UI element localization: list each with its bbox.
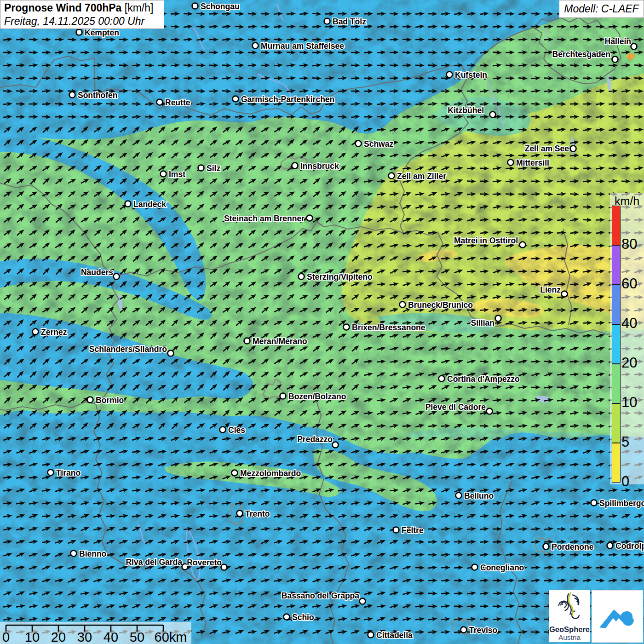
city-marker [253, 43, 259, 49]
weather-map-page: SchongauBad TölzKemptenMurnau am Staffel… [0, 0, 644, 644]
city-label: Tirano [56, 468, 80, 477]
city-marker [69, 92, 75, 98]
city-label: Schio [292, 613, 314, 622]
city-label: Pieve di Cadore [426, 402, 486, 412]
city-label: Bienno [79, 549, 106, 558]
city: Cortina d'Ampezzo [439, 374, 520, 384]
city-label: Garmisch-Partenkirchen [241, 95, 334, 104]
city-label: Schlanders/Silandro [89, 345, 167, 354]
city-label: Bassano del Grappa [282, 591, 359, 600]
scale-bar-label: 20 [51, 630, 66, 644]
city-marker [161, 171, 167, 177]
city-marker [221, 564, 227, 570]
city: Steinach am Brenner [224, 214, 313, 223]
city-label: Reutte [165, 98, 190, 107]
city-marker [244, 338, 250, 344]
city-marker [87, 397, 93, 403]
legend-tick-label: 10 [621, 394, 637, 411]
city: Brixen/Bressanone [344, 323, 426, 332]
city-marker [490, 112, 496, 118]
city-marker [237, 511, 243, 517]
city-label: Bormio [96, 396, 124, 405]
title-box: Prognose Wind 700hPa [km/h] Freitag, 14.… [0, 0, 164, 29]
city: Garmisch-Partenkirchen [233, 95, 335, 104]
city-marker [292, 163, 298, 169]
city-label: Sonthofen [78, 91, 118, 100]
scale-bar-label: 0 [2, 630, 10, 644]
legend-segment [612, 245, 621, 285]
city-label: Landeck [133, 200, 166, 209]
title-text: Prognose Wind 700hPa [4, 2, 121, 14]
city-marker [612, 57, 618, 63]
scale-bar: 0102030405060km [0, 622, 191, 644]
forecast-datetime: Freitag, 14.11.2025 00:00 Uhr [4, 15, 160, 28]
scale-bar-label: 10 [25, 630, 40, 644]
city-label: Imst [169, 170, 185, 179]
city-label: Rovereto [187, 558, 222, 567]
city-marker [591, 500, 597, 506]
city-label: Schongau [201, 2, 240, 11]
city-label: Trento [245, 509, 270, 518]
city-label: Sillian [471, 318, 494, 328]
scale-bar-graphic: 0102030405060km [0, 622, 191, 644]
legend-segment [612, 285, 621, 324]
city: Bozen/Bolzano [280, 392, 346, 401]
city-label: Murnau am Staffelsee [261, 41, 344, 51]
city-label: Mezzolombardo [240, 469, 301, 478]
city-label: Kempten [85, 28, 119, 37]
city-label: Treviso [469, 626, 497, 635]
city-marker [333, 442, 339, 448]
city-marker [520, 242, 526, 248]
city-marker [220, 427, 226, 433]
city-label: Conegliano [480, 563, 524, 572]
city-label: Lienz [540, 285, 561, 294]
partner-logo-box [592, 590, 643, 643]
city-marker [198, 165, 204, 171]
city-label: Kitzbühel [448, 106, 484, 115]
city-label: Zell am See [525, 144, 569, 153]
city-marker [299, 274, 305, 280]
city-label: Bozen/Bolzano [288, 392, 346, 401]
city: Sterzing/Vipiteno [299, 272, 373, 282]
city-label: Silz [207, 164, 220, 173]
city-marker [192, 3, 198, 9]
city-marker [114, 274, 120, 280]
city-marker [447, 72, 453, 78]
city-marker [284, 614, 290, 620]
city-label: Kufstein [455, 70, 487, 80]
city-label: Nauders [81, 268, 113, 277]
legend-tick-label: 40 [621, 315, 637, 332]
city-label: Berchtesgaden [552, 50, 610, 59]
city-marker [324, 18, 330, 24]
city-marker [472, 564, 478, 570]
legend-tick-label: 60 [621, 276, 637, 292]
city-marker [495, 316, 501, 322]
city-label: Predazzo [297, 435, 333, 444]
city-label: Mittersill [516, 158, 549, 167]
city-marker [48, 470, 54, 476]
city-label: Cles [228, 426, 245, 435]
city-marker [389, 173, 395, 179]
geosphere-logo-box: GeoSphere Austria [549, 590, 590, 642]
mountain-logo-icon [596, 595, 638, 638]
city: Zell am See [525, 144, 576, 153]
legend-segment [612, 403, 621, 443]
city: Murnau am Staffelsee [253, 41, 345, 51]
legend-segment [612, 324, 621, 364]
geosphere-country: Austria [549, 633, 590, 641]
city-marker [344, 324, 350, 330]
city: Meran/Merano [244, 337, 307, 346]
city-marker [393, 527, 399, 533]
city-marker [562, 291, 568, 297]
city-marker [400, 302, 406, 308]
city-marker [487, 408, 493, 414]
city-label: Innsbruck [300, 161, 339, 171]
city-label: Sterzing/Vipiteno [307, 272, 373, 282]
city-marker [607, 543, 613, 549]
city-label: Codroipo [615, 541, 644, 551]
city-marker [233, 96, 239, 102]
city-label: Brixen/Bressanone [352, 323, 426, 332]
city-label: Riva del Garda [126, 558, 182, 567]
city-label: Meran/Merano [253, 337, 307, 346]
city-label: Matrei in Osttirol [454, 236, 518, 245]
